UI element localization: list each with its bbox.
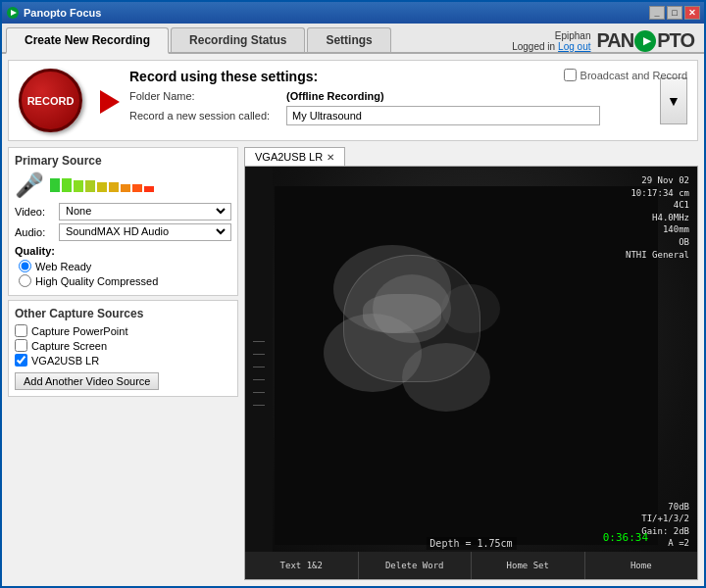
audio-label: Audio: bbox=[15, 226, 59, 238]
source-tab-label: VGA2USB LR bbox=[255, 151, 323, 163]
mic-row: 🎤 bbox=[15, 172, 231, 199]
session-row: Record a new session called: bbox=[129, 106, 646, 125]
web-ready-radio[interactable] bbox=[19, 260, 31, 272]
close-button[interactable]: ✕ bbox=[684, 6, 700, 20]
other-sources-header: Other Capture Sources bbox=[15, 307, 231, 320]
vga2usb-source-tab[interactable]: VGA2USB LR ✕ bbox=[244, 147, 345, 166]
capture-screen-checkbox[interactable] bbox=[15, 339, 27, 352]
level-bar-8 bbox=[132, 184, 142, 192]
capture-powerpoint-checkbox[interactable] bbox=[15, 324, 27, 337]
us-db: 70dB bbox=[641, 501, 689, 514]
capture-screen-row: Capture Screen bbox=[15, 339, 231, 352]
high-quality-radio[interactable] bbox=[19, 274, 31, 287]
folder-dropdown-button[interactable]: ▼ bbox=[660, 77, 687, 124]
quality-web-ready: Web Ready bbox=[19, 260, 231, 272]
quality-row: Quality: Web Ready High Quality Compress… bbox=[15, 244, 231, 287]
us-date: 29 Nov 02 bbox=[626, 174, 689, 187]
video-select-row: Video: None bbox=[15, 203, 231, 220]
video-dropdown[interactable]: None bbox=[62, 204, 228, 218]
minimize-button[interactable]: _ bbox=[649, 6, 665, 20]
record-section: RECORD Record using these settings: Fold… bbox=[8, 60, 698, 141]
session-label: Record a new session called: bbox=[129, 110, 286, 122]
window-controls: _ □ ✕ bbox=[649, 6, 700, 20]
app-icon bbox=[6, 6, 20, 20]
us-facility: NTHI General bbox=[626, 249, 689, 262]
level-bar-1 bbox=[50, 178, 60, 192]
level-bar-7 bbox=[121, 184, 130, 192]
epiphan-label: Epiphan bbox=[512, 30, 590, 41]
us-depth-mm: 140mm bbox=[626, 223, 689, 236]
level-bar-9 bbox=[144, 186, 154, 192]
folder-label: Folder Name: bbox=[129, 90, 286, 102]
panopto-logo: PAN PTO bbox=[596, 29, 694, 52]
us-scan-area bbox=[275, 186, 658, 545]
us-gain: Gain: 2dB bbox=[641, 525, 689, 538]
source-tab-bar: VGA2USB LR ✕ bbox=[244, 147, 698, 167]
title-bar: Panopto Focus _ □ ✕ bbox=[2, 2, 704, 24]
maximize-button[interactable]: □ bbox=[667, 6, 682, 20]
us-timer: 0:36:34 bbox=[603, 531, 648, 544]
right-panel: VGA2USB LR ✕ bbox=[244, 147, 698, 580]
video-preview-area: 29 Nov 02 10:17:34 cm 4C1 H4.0MHz 140mm … bbox=[244, 167, 698, 580]
level-bar-6 bbox=[109, 182, 119, 192]
audio-dropdown[interactable]: SoundMAX HD Audio bbox=[62, 224, 228, 238]
us-time: 10:17:34 cm bbox=[626, 187, 689, 200]
folder-value: (Offline Recording) bbox=[286, 90, 384, 102]
header-logo-area: Epiphan Logged in Log out PAN PTO bbox=[512, 29, 704, 52]
window-title: Panopto Focus bbox=[24, 7, 649, 19]
logo-text-2: PTO bbox=[657, 29, 694, 52]
ultrasound-display: 29 Nov 02 10:17:34 cm 4C1 H4.0MHz 140mm … bbox=[245, 167, 697, 579]
us-depth-label: Depth = 1.75cm bbox=[426, 537, 516, 550]
other-sources-panel: Other Capture Sources Capture PowerPoint… bbox=[8, 300, 238, 397]
broadcast-checkbox[interactable] bbox=[564, 69, 577, 81]
us-bottom-1: Text 1&2 bbox=[245, 552, 359, 579]
session-name-input[interactable] bbox=[286, 106, 600, 125]
us-top-right-overlay: 29 Nov 02 10:17:34 cm 4C1 H4.0MHz 140mm … bbox=[626, 174, 689, 261]
primary-source-panel: Primary Source 🎤 bbox=[8, 147, 238, 296]
microphone-icon: 🎤 bbox=[15, 172, 44, 199]
main-content: RECORD Record using these settings: Fold… bbox=[2, 54, 704, 586]
us-depth-bar bbox=[245, 167, 273, 579]
high-quality-label: High Quality Compressed bbox=[35, 275, 158, 287]
arrow-icon bbox=[100, 90, 120, 114]
us-bottom-3: Home Set bbox=[472, 552, 585, 579]
audio-level-bars bbox=[50, 178, 154, 192]
capture-screen-label: Capture Screen bbox=[31, 340, 107, 352]
logged-in-label: Logged in bbox=[512, 41, 555, 52]
level-bar-5 bbox=[97, 182, 107, 192]
logo-text-1: PAN bbox=[596, 29, 633, 52]
us-model: 4C1 bbox=[626, 199, 689, 212]
us-bottom-4: Home bbox=[585, 552, 698, 579]
add-source-button[interactable]: Add Another Video Source bbox=[15, 372, 159, 390]
epiphan-info: Epiphan Logged in Log out bbox=[512, 30, 590, 52]
video-select[interactable]: None bbox=[59, 203, 231, 220]
source-tab-close-icon[interactable]: ✕ bbox=[327, 152, 334, 163]
quality-label: Quality: bbox=[15, 245, 55, 257]
tab-settings[interactable]: Settings bbox=[307, 27, 390, 52]
record-button[interactable]: RECORD bbox=[19, 69, 82, 132]
capture-powerpoint-row: Capture PowerPoint bbox=[15, 324, 231, 337]
level-bar-4 bbox=[85, 180, 95, 192]
primary-source-header: Primary Source bbox=[15, 154, 231, 168]
level-bar-3 bbox=[74, 180, 83, 192]
vga2usb-row: VGA2USB LR bbox=[15, 354, 231, 367]
tab-create-recording[interactable]: Create New Recording bbox=[6, 27, 169, 54]
us-aval: A =2 bbox=[641, 537, 689, 550]
broadcast-checkbox-area: Broadcast and Record bbox=[564, 69, 687, 81]
audio-select[interactable]: SoundMAX HD Audio bbox=[59, 223, 231, 241]
left-panel: Primary Source 🎤 bbox=[8, 147, 238, 580]
folder-row: Folder Name: (Offline Recording) bbox=[129, 90, 646, 102]
us-ti: TI/+1/3/2 bbox=[641, 513, 689, 525]
vga2usb-label: VGA2USB LR bbox=[31, 355, 99, 367]
logout-link[interactable]: Log out bbox=[558, 41, 590, 52]
main-area: Primary Source 🎤 bbox=[8, 147, 698, 580]
panopto-play-icon bbox=[634, 30, 656, 52]
us-mode: OB bbox=[626, 236, 689, 249]
tab-recording-status[interactable]: Recording Status bbox=[171, 27, 305, 52]
quality-high-compressed: High Quality Compressed bbox=[19, 274, 231, 287]
main-window: Panopto Focus _ □ ✕ Create New Recording… bbox=[0, 0, 706, 588]
video-label: Video: bbox=[15, 206, 59, 218]
capture-powerpoint-label: Capture PowerPoint bbox=[31, 325, 127, 337]
vga2usb-checkbox[interactable] bbox=[15, 354, 27, 367]
web-ready-label: Web Ready bbox=[35, 261, 91, 272]
